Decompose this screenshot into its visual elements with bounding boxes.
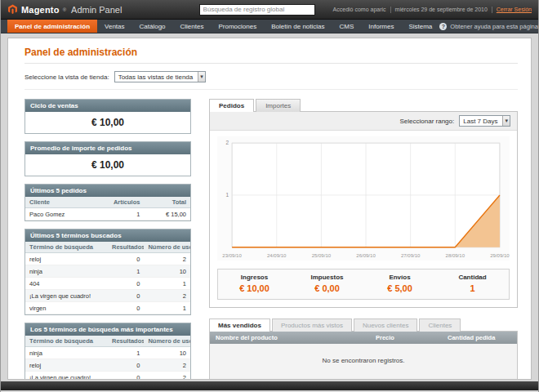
table-cell: ¡La virgen que cuadro!	[25, 290, 108, 302]
page-title: Panel de administración	[24, 43, 518, 64]
range-label: Seleccionar rango:	[400, 118, 455, 125]
table-cell: 2	[144, 290, 190, 302]
svg-text:29/09/10: 29/09/10	[490, 253, 510, 258]
column-header: Cliente	[25, 197, 108, 208]
logout-link[interactable]: Cerrar Sesión	[497, 7, 532, 12]
footer-bar	[1, 381, 538, 390]
store-view-value: Todas las vistas de tienda	[115, 72, 198, 82]
last-orders-table: Cliente Artículos Total Paco Gomez1€ 15,…	[25, 197, 190, 220]
lifetime-sales-value: € 10,00	[25, 112, 190, 133]
table-cell: reloj	[25, 359, 108, 372]
nav-item-clientes[interactable]: Clientes	[173, 20, 212, 33]
column-header: Término de búsqueda	[25, 242, 108, 253]
box-title: Los 5 términos de búsqueda más important…	[25, 323, 190, 336]
magento-logo[interactable]: Magento® Admin Panel	[7, 4, 122, 15]
top-search-terms-box: Los 5 términos de búsqueda más important…	[24, 323, 191, 380]
table-cell: ninja	[25, 265, 108, 278]
dashboard: Ciclo de ventas € 10,00 Promedio de impo…	[24, 90, 518, 380]
table-cell: 2	[144, 359, 190, 372]
table-cell: reloj	[25, 253, 108, 265]
store-view-label: Seleccione la vista de tienda:	[24, 74, 109, 81]
column-header: Término de búsqueda	[25, 336, 108, 347]
lifetime-sales-box: Ciclo de ventas € 10,00	[24, 99, 191, 134]
logo-text: Magento	[21, 5, 60, 15]
tab-clientes[interactable]: Clientes	[419, 318, 461, 332]
table-cell: 10	[144, 347, 190, 359]
table-cell: 0	[108, 372, 144, 381]
page-help-link[interactable]: ? Obtener ayuda para esta página	[439, 20, 539, 33]
separator	[390, 7, 391, 13]
global-search-input[interactable]	[199, 4, 315, 16]
nav-item-cms[interactable]: CMS	[332, 20, 362, 33]
chevron-down-icon: ▾	[198, 72, 205, 82]
top-header: Magento® Admin Panel Accedió como aparic…	[1, 0, 538, 20]
average-orders-value: € 10,00	[25, 154, 190, 176]
tab-nuevos-clientes[interactable]: Nuevos clientes	[354, 318, 417, 332]
table-cell: 2	[144, 372, 190, 381]
table-cell: € 15,00	[144, 208, 190, 220]
tab-pedidos[interactable]: Pedidos	[209, 99, 254, 112]
help-label: Obtener ayuda para esta página	[450, 23, 538, 30]
table-row: reloj02	[25, 253, 190, 265]
stat-label: Cantidad	[436, 274, 509, 281]
table-cell: ¡La virgen que cuadro!	[25, 372, 108, 381]
separator	[492, 7, 492, 13]
stat-envios: Envíos € 5,00	[363, 270, 436, 299]
chevron-down-icon: ▾	[502, 116, 510, 126]
nav-item-sistema[interactable]: Sistema	[401, 20, 439, 33]
svg-text:1: 1	[225, 192, 229, 198]
nav-item-catalogo[interactable]: Catálogo	[132, 20, 173, 33]
top-search-terms-table: Término de búsqueda Resultados Número de…	[25, 336, 190, 380]
table-cell: 1	[144, 302, 190, 314]
nav-item-dashboard[interactable]: Panel de administración	[7, 20, 97, 33]
column-header: Resultados	[108, 336, 144, 347]
table-cell: 10	[144, 265, 190, 278]
chart-panel: Seleccionar rango: Last 7 Days ▾ 1223/09…	[209, 111, 518, 308]
user-info: Accedió como aparic miércoles 29 de sept…	[333, 7, 532, 13]
nav-item-informes[interactable]: Informes	[361, 20, 401, 33]
svg-text:26/09/10: 26/09/10	[356, 253, 376, 258]
tab-productos-mas-vistos[interactable]: Productos más vistos	[272, 318, 352, 332]
magento-logo-icon	[7, 4, 18, 15]
stat-label: Ingresos	[218, 274, 291, 281]
stat-label: Envíos	[363, 274, 436, 281]
svg-text:25/09/10: 25/09/10	[312, 253, 332, 258]
range-select[interactable]: Last 7 Days ▾	[459, 115, 510, 127]
svg-text:23/09/10: 23/09/10	[222, 253, 242, 258]
box-title: Ciclo de ventas	[25, 100, 190, 112]
chart-area: 1223/09/1024/09/1025/09/1026/09/1027/09/…	[210, 131, 517, 262]
stat-ingresos: Ingresos € 10,00	[218, 270, 291, 299]
box-title: Últimos 5 pedidos	[25, 185, 190, 197]
nav-item-boletin[interactable]: Boletín de noticias	[264, 20, 332, 33]
product-tabs: Más vendidos Productos más vistos Nuevos…	[209, 318, 518, 332]
stat-value: € 5,00	[363, 283, 436, 293]
table-row: Paco Gomez1€ 15,00	[25, 208, 190, 220]
dashboard-left-column: Ciclo de ventas € 10,00 Promedio de impo…	[24, 99, 191, 380]
current-date: miércoles 29 de septiembre de 2010	[395, 7, 488, 12]
chart-tabs: Pedidos Importes	[209, 99, 518, 112]
table-cell: 0	[108, 302, 144, 314]
nav-item-ventas[interactable]: Ventas	[97, 20, 131, 33]
main-nav: Panel de administración Ventas Catálogo …	[1, 20, 538, 33]
table-cell: 0	[108, 253, 144, 265]
stat-label: Impuestos	[291, 274, 363, 281]
column-header: Nombre del producto	[210, 332, 370, 344]
range-value: Last 7 Days	[460, 116, 502, 126]
svg-text:27/09/10: 27/09/10	[401, 253, 421, 258]
table-row: 40401	[25, 278, 190, 290]
last-search-terms-table: Término de búsqueda Resultados Número de…	[25, 242, 190, 314]
table-cell: 404	[25, 278, 108, 290]
average-orders-box: Promedio de importe de pedidos € 10,00	[24, 141, 191, 176]
table-cell: 2	[144, 253, 190, 265]
tab-mas-vendidos[interactable]: Más vendidos	[209, 318, 270, 332]
column-header: Artículos	[108, 197, 144, 208]
stats-row: Ingresos € 10,00 Impuestos € 0,00 Envíos…	[217, 269, 510, 300]
store-view-select[interactable]: Todas las vistas de tienda ▾	[114, 71, 206, 82]
content-panel: Panel de administración Seleccione la vi…	[7, 38, 532, 380]
nav-item-promociones[interactable]: Promociones	[211, 20, 264, 33]
tab-importes[interactable]: Importes	[256, 99, 301, 112]
table-row: ninja110	[25, 347, 190, 359]
table-cell: 0	[108, 278, 144, 290]
store-view-row: Seleccione la vista de tienda: Todas las…	[24, 64, 518, 90]
table-cell: 1	[108, 347, 144, 359]
